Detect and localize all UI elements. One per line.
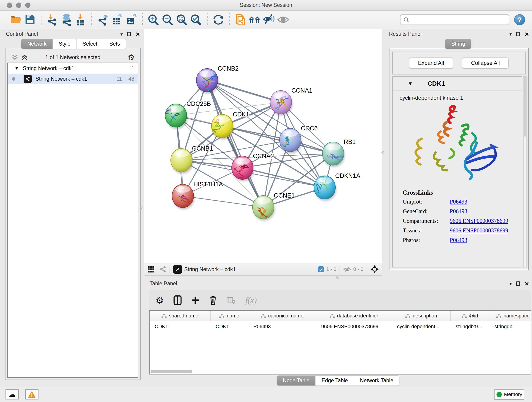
crosslink-row: GeneCard: P06493 — [403, 208, 522, 215]
tab-network-table[interactable]: Network Table — [354, 375, 399, 386]
results-panel-menu-icon[interactable]: ▾ — [509, 32, 512, 37]
control-panel-float-icon[interactable] — [127, 32, 131, 36]
crosslink-link[interactable]: P06493 — [450, 198, 467, 205]
gene-section: ▼ CDK1 cyclin-dependent kinase 1 — [392, 76, 522, 268]
gene-description: cyclin-dependent kinase 1 — [393, 91, 522, 103]
detach-view-icon[interactable] — [173, 265, 182, 274]
table-panel-close-icon[interactable]: × — [525, 281, 529, 286]
network-node-CCNA1[interactable] — [270, 90, 293, 116]
tab-network[interactable]: Network — [21, 39, 53, 49]
node-label-CDC25B: CDC25B — [186, 100, 211, 107]
crosslink-link[interactable]: 9606.ENSP00000378699 — [450, 227, 508, 234]
show-columns-icon[interactable] — [173, 295, 182, 305]
add-column-icon[interactable] — [191, 296, 200, 304]
collection-expander-icon[interactable]: ▼ — [15, 66, 19, 71]
network-row[interactable]: String Network – cdk1 11 48 — [8, 74, 138, 84]
results-panel-close-icon[interactable]: × — [525, 32, 529, 36]
network-collection-row[interactable]: ▼ String Network – cdk1 1 — [8, 63, 138, 74]
export-network-icon[interactable] — [96, 13, 110, 27]
network-share-icon[interactable] — [159, 266, 166, 273]
network-node-CDC6[interactable] — [278, 128, 302, 154]
network-node-HIST1H1A[interactable] — [172, 184, 195, 210]
table-toolbar: ⚙ f(x) — [149, 290, 531, 310]
column-header-shared-name[interactable]: shared name — [150, 311, 210, 321]
network-node-CDKN1A[interactable] — [314, 175, 336, 201]
splitter-handle[interactable] — [381, 151, 385, 154]
tab-edge-table[interactable]: Edge Table — [316, 375, 354, 386]
control-panel-menu-icon[interactable]: ▾ — [120, 32, 123, 37]
network-node-CCNB2[interactable] — [196, 69, 219, 96]
node-table[interactable]: shared namenamecanonical namedatabase id… — [149, 310, 531, 369]
zoom-out-icon[interactable] — [161, 13, 175, 27]
results-panel-float-icon[interactable] — [516, 32, 520, 36]
table-panel-menu-icon[interactable]: ▾ — [509, 281, 512, 287]
apply-layout-icon[interactable] — [211, 13, 225, 27]
string-import-icon[interactable] — [234, 13, 248, 27]
tab-sets[interactable]: Sets — [103, 39, 126, 49]
table-panel-float-icon[interactable] — [516, 281, 520, 286]
birdseye-toggle-icon[interactable] — [370, 265, 379, 274]
network-canvas[interactable]: CCNB2CCNA1CDC25BCDK1CDC6RB1CCNB1CCNA2CDK… — [144, 29, 382, 263]
delete-table-icon[interactable] — [227, 297, 236, 304]
tab-select[interactable]: Select — [77, 39, 104, 49]
column-header--id[interactable]: @id — [451, 311, 489, 321]
crosslink-link[interactable]: 9606.ENSP00000378699 — [450, 218, 508, 224]
export-table-icon[interactable] — [110, 13, 124, 27]
network-node-CDK1[interactable] — [210, 114, 234, 140]
show-hide-glass-icon[interactable] — [262, 13, 276, 27]
table-row[interactable]: CDK1CDK1P064939606.ENSP00000378699cyclin… — [150, 321, 531, 332]
zoom-selected-icon[interactable] — [189, 13, 203, 27]
cloud-status-button[interactable]: ☁ — [6, 389, 19, 400]
network-view[interactable]: CCNB2CCNA1CDC25BCDK1CDC6RB1CCNB1CCNA2CDK… — [144, 29, 382, 263]
gene-expander-icon[interactable]: ▼ — [408, 81, 413, 87]
network-node-CCNE1[interactable] — [253, 196, 275, 221]
tab-style[interactable]: Style — [53, 39, 76, 49]
warnings-button[interactable] — [25, 389, 38, 400]
zoom-fit-icon[interactable] — [175, 13, 189, 27]
tab-node-table[interactable]: Node Table — [277, 375, 316, 386]
delete-column-icon[interactable] — [209, 296, 217, 305]
column-header-namespace[interactable]: namespace — [489, 311, 531, 321]
function-builder-icon[interactable]: f(x) — [245, 295, 257, 305]
results-scrollbar[interactable] — [523, 76, 526, 268]
save-session-icon[interactable] — [23, 13, 37, 27]
control-panel-tabs: NetworkStyleSelectSets — [21, 39, 126, 49]
selected-checkbox-icon[interactable] — [318, 266, 324, 272]
import-network-database-icon[interactable] — [59, 13, 74, 27]
help-button[interactable]: ? — [514, 14, 525, 25]
control-panel-close-icon[interactable]: × — [136, 32, 140, 36]
collapse-all-button[interactable]: Collapse All — [462, 57, 509, 69]
change-confidence-icon[interactable] — [248, 13, 262, 27]
network-edge[interactable] — [183, 196, 263, 207]
network-node-RB1[interactable] — [322, 142, 345, 167]
crosslink-link[interactable]: P06493 — [450, 237, 467, 243]
memory-button[interactable]: Memory — [494, 389, 524, 400]
table-hscrollbar[interactable] — [149, 369, 531, 375]
column-header-name[interactable]: name — [210, 311, 248, 321]
table-settings-gear-icon[interactable]: ⚙ — [156, 296, 164, 305]
import-network-file-icon[interactable] — [45, 13, 59, 27]
expand-all-button[interactable]: Expand All — [409, 57, 453, 69]
table-hscrollbar-thumb[interactable] — [151, 370, 192, 373]
network-node-CDC25B[interactable] — [164, 104, 188, 129]
grid-view-icon[interactable] — [147, 266, 154, 273]
open-session-icon[interactable] — [9, 13, 23, 27]
search-input[interactable] — [400, 14, 509, 25]
zoom-in-icon[interactable] — [146, 13, 161, 27]
import-table-file-icon[interactable] — [74, 13, 88, 27]
export-image-icon[interactable] — [124, 13, 138, 27]
crosslink-link[interactable]: P06493 — [450, 208, 467, 215]
window-titlebar: Session: New Session — [0, 0, 532, 11]
node-label-CCNE1: CCNE1 — [274, 192, 295, 199]
hidden-eye-icon[interactable] — [343, 266, 351, 272]
column-header-database-identifier[interactable]: database identifier — [316, 311, 392, 321]
splitter-handle[interactable] — [140, 206, 143, 209]
column-header-description[interactable]: description — [392, 311, 451, 321]
tab-string[interactable]: String — [445, 39, 471, 49]
network-options-gear-icon[interactable]: ⚙ — [128, 53, 135, 61]
column-header-canonical-name[interactable]: canonical name — [248, 311, 316, 321]
network-edge[interactable] — [207, 80, 263, 207]
control-panel-title: Control Panel — [6, 31, 38, 37]
eye-icon[interactable] — [276, 13, 290, 27]
search-field-wrap — [400, 14, 509, 25]
